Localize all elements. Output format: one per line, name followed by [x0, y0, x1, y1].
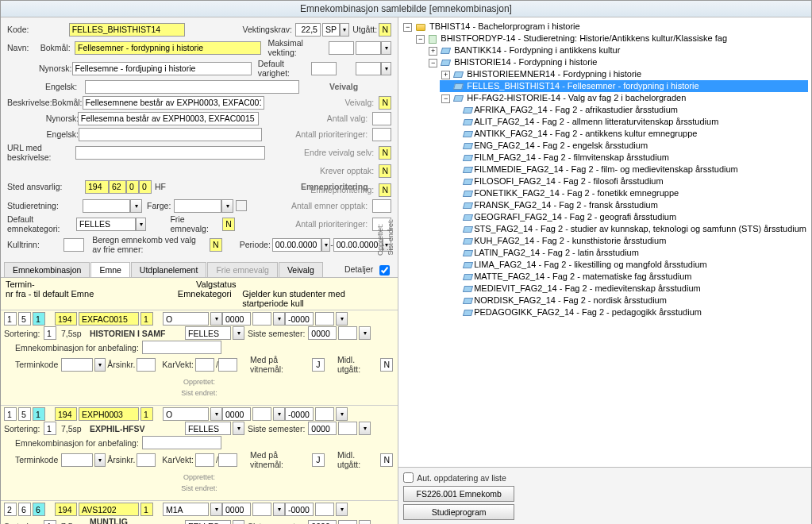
- per1-dropdown[interactable]: ▾: [273, 407, 285, 421]
- krever-opptak-input[interactable]: [379, 164, 391, 178]
- version-input[interactable]: [140, 312, 153, 326]
- aut-oppdatering-checkbox[interactable]: [403, 472, 414, 483]
- expander-icon[interactable]: −: [441, 94, 450, 103]
- sp-dropdown[interactable]: ▾: [340, 23, 349, 37]
- maksimal-vekting-input[interactable]: [329, 41, 354, 55]
- siste2-input[interactable]: [338, 520, 357, 525]
- per1-dropdown[interactable]: ▾: [273, 312, 285, 326]
- emnekomb-button[interactable]: FS226.001 Emnekomb: [403, 486, 514, 502]
- status-input[interactable]: [163, 312, 209, 326]
- default-emnekat-dropdown[interactable]: ▾: [136, 218, 147, 231]
- tree-leaf[interactable]: NORDISK_FAG2_14 - Fag 2 - nordisk årsstu…: [462, 295, 808, 306]
- status-dropdown[interactable]: ▾: [210, 312, 222, 326]
- per1b-input[interactable]: [252, 407, 271, 421]
- detaljer-checkbox[interactable]: [379, 265, 390, 275]
- siste2-input[interactable]: [338, 422, 357, 435]
- terminkode-dropdown[interactable]: ▾: [94, 453, 106, 467]
- per2-input[interactable]: [285, 407, 314, 421]
- tab-utdplanelement[interactable]: Utdplanelement: [131, 262, 207, 277]
- navn-engelsk-input[interactable]: [85, 80, 299, 94]
- besk-nynorsk-input[interactable]: [78, 112, 259, 125]
- periode-fra-input[interactable]: [272, 238, 321, 252]
- tree-leaf[interactable]: FILOSOFI_FAG2_14 - Fag 2 - filosofi årss…: [462, 175, 808, 187]
- arsinkr-input[interactable]: [137, 453, 156, 467]
- sortering-input[interactable]: [44, 326, 56, 340]
- default-input[interactable]: [33, 407, 45, 421]
- maksimal-vekting-unit[interactable]: [356, 41, 381, 55]
- status-dropdown[interactable]: ▾: [210, 407, 222, 421]
- tab-emne[interactable]: Emne: [90, 262, 129, 277]
- arsinkr-input[interactable]: [137, 358, 156, 372]
- navn-bokmal-input[interactable]: [75, 41, 261, 55]
- tree-leaf[interactable]: MATTE_FAG2_14 - Fag 2 - matematiske fag …: [462, 271, 808, 283]
- karvekt2-input[interactable]: [218, 453, 237, 467]
- terminkode-input[interactable]: [61, 453, 93, 467]
- navn-nynorsk-input[interactable]: [72, 62, 252, 75]
- beregn-input[interactable]: [210, 238, 222, 252]
- tree-node[interactable]: − BHISTFORDYP-14 - Studieretning: Histor…: [414, 33, 808, 44]
- karvekt2-input[interactable]: [218, 358, 237, 372]
- utgatt-input[interactable]: [379, 23, 391, 37]
- inst-input[interactable]: [55, 407, 77, 421]
- tree-leaf[interactable]: FONETIKK_FAG2_14 - Fag 2 - fonetikk emne…: [462, 187, 808, 199]
- antall-prior-input[interactable]: [372, 128, 391, 141]
- per1-input[interactable]: [222, 407, 251, 421]
- expander-icon[interactable]: −: [416, 35, 425, 44]
- url-input[interactable]: [75, 146, 265, 160]
- per1-input[interactable]: [222, 312, 251, 326]
- tree-node[interactable]: − BHISTORIE14 - Fordypning i historie: [427, 56, 808, 68]
- tree-node-selected[interactable]: FELLES_BHISTHIST14 - Fellesemner - fordy…: [440, 80, 808, 92]
- kategori-input[interactable]: [185, 326, 231, 340]
- tab-veivalg[interactable]: Veivalg: [279, 262, 323, 277]
- anbefaling-input[interactable]: [142, 341, 221, 354]
- tab-frie-emnevalg[interactable]: Frie emnevalg: [207, 262, 278, 277]
- default-varighet-input[interactable]: [311, 62, 337, 75]
- kategori-dropdown[interactable]: ▾: [233, 422, 244, 435]
- per2b-input[interactable]: [315, 407, 334, 421]
- inst-input[interactable]: [55, 503, 77, 516]
- kulltrinn-input[interactable]: [63, 238, 84, 252]
- per1b-input[interactable]: [252, 312, 271, 326]
- siste-dropdown[interactable]: ▾: [359, 326, 371, 340]
- til-input[interactable]: [18, 312, 31, 326]
- tree-leaf[interactable]: MEDIEVIT_FAG2_14 - Fag 2 - medievitenska…: [462, 283, 808, 295]
- periode-til-input[interactable]: [333, 238, 383, 252]
- sortering-input[interactable]: [44, 520, 56, 525]
- status-dropdown[interactable]: ▾: [210, 503, 222, 516]
- maks-dropdown[interactable]: ▾: [381, 41, 391, 55]
- emnekode-input[interactable]: [79, 312, 139, 326]
- tree-leaf[interactable]: AFRIKA_FAG2_14 - Fag 2 - afrikastudier å…: [462, 104, 808, 116]
- kategori-dropdown[interactable]: ▾: [233, 326, 244, 340]
- besk-engelsk-input[interactable]: [79, 128, 263, 141]
- status-input[interactable]: [163, 407, 209, 421]
- expander-icon[interactable]: −: [429, 59, 437, 67]
- til-input[interactable]: [18, 407, 31, 421]
- version-input[interactable]: [140, 503, 153, 516]
- sted3-input[interactable]: [126, 180, 139, 194]
- tree-node[interactable]: − HF-FAG2-HISTORIE-14 - Valg av fag 2 i …: [440, 92, 808, 104]
- per1b-input[interactable]: [252, 503, 271, 516]
- default-emnekat-input[interactable]: [76, 218, 136, 231]
- inst-input[interactable]: [55, 312, 77, 326]
- sted2-input[interactable]: [109, 180, 126, 194]
- tree-leaf[interactable]: KUH_FAG2_14 - Fag 2 - kunsthistorie årss…: [462, 235, 808, 247]
- siste-dropdown[interactable]: ▾: [359, 520, 371, 525]
- default-input[interactable]: [33, 312, 45, 326]
- expander-icon[interactable]: −: [403, 23, 412, 32]
- sted4-input[interactable]: [139, 180, 152, 194]
- per2-dropdown[interactable]: ▾: [336, 312, 348, 326]
- siste-input[interactable]: [308, 520, 337, 525]
- per2-dropdown[interactable]: ▾: [336, 503, 348, 516]
- tree-leaf[interactable]: LATIN_FAG2_14 - Fag 2 - latin årsstudium: [462, 247, 808, 259]
- sp-input[interactable]: [322, 23, 340, 37]
- tree-leaf[interactable]: ALIT_FAG2_14 - Fag 2 - allmenn litteratu…: [462, 116, 808, 128]
- tree-leaf[interactable]: PEDAGOGIKK_FAG2_14 - Fag 2 - pedagogikk …: [462, 306, 808, 318]
- tree-root[interactable]: − TBHIST14 - Bachelorprogram i historie: [402, 21, 808, 33]
- fra-input[interactable]: [4, 503, 17, 516]
- studieprogram-button[interactable]: Studieprogram: [403, 504, 514, 520]
- besk-bokmal-input[interactable]: [83, 96, 265, 110]
- per2b-input[interactable]: [315, 503, 334, 516]
- veivalg-input[interactable]: [379, 96, 391, 110]
- varighet-dropdown[interactable]: ▾: [381, 62, 391, 75]
- antall-emner-input[interactable]: [372, 199, 391, 213]
